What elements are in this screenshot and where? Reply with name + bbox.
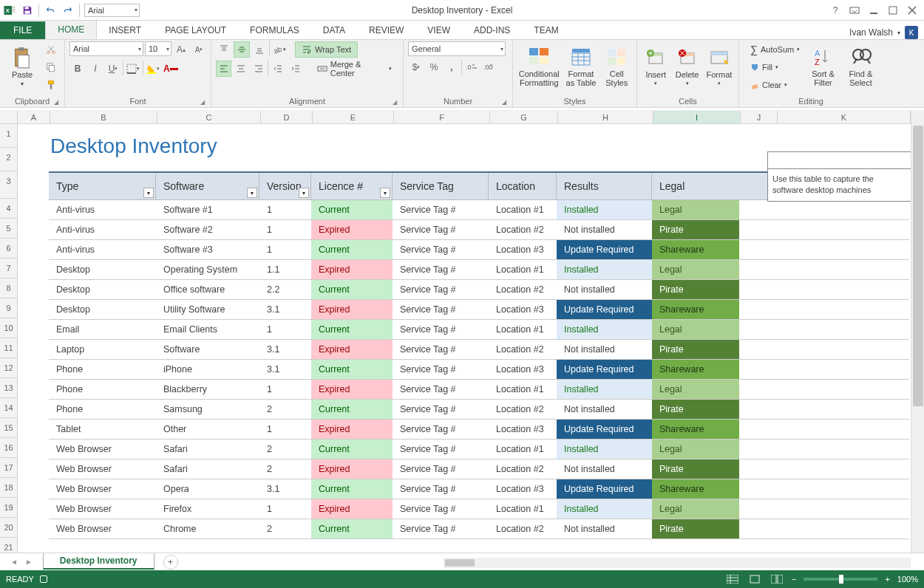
table-cell[interactable]: Service Tag # [393, 260, 489, 279]
row-header-16[interactable]: 16 [0, 438, 18, 458]
table-cell[interactable]: Tablet [49, 420, 156, 439]
conditional-formatting-button[interactable]: Conditional Formatting [517, 41, 560, 92]
delete-cells-button[interactable]: Delete▾ [673, 41, 701, 92]
table-cell[interactable]: Shareware [652, 479, 739, 499]
align-right-icon[interactable] [251, 61, 266, 77]
row-header-3[interactable]: 3 [0, 171, 18, 199]
align-bottom-icon[interactable] [251, 41, 268, 58]
table-cell[interactable]: Location #1 [489, 499, 557, 519]
table-cell[interactable]: Update Required [557, 420, 652, 439]
table-row[interactable]: DesktopUtility Software3.1ExpiredService… [49, 300, 909, 320]
table-cell[interactable]: Location #2 [489, 340, 557, 359]
table-cell[interactable]: 2 [259, 440, 311, 459]
table-cell[interactable]: Current [311, 440, 393, 459]
table-cell[interactable]: Other [156, 420, 259, 439]
row-header-1[interactable]: 1 [0, 124, 18, 148]
table-cell[interactable]: Expired [311, 300, 393, 319]
account-button[interactable]: Ivan Walsh ▾ K [843, 26, 924, 39]
row-header-14[interactable]: 14 [0, 398, 18, 418]
row-header-15[interactable]: 15 [0, 418, 18, 438]
align-center-icon[interactable] [233, 61, 248, 77]
row-header-4[interactable]: 4 [0, 199, 18, 219]
table-header-location[interactable]: Location [489, 173, 557, 199]
autosum-button[interactable]: ∑AutoSum▾ [744, 41, 803, 58]
table-cell[interactable]: 2 [259, 459, 311, 479]
merge-center-button[interactable]: Merge & Center▾ [310, 61, 398, 77]
table-cell[interactable]: Location #2 [489, 519, 557, 539]
table-cell[interactable]: 1 [259, 420, 311, 439]
col-header-B[interactable]: B [50, 111, 157, 123]
table-cell[interactable]: Anti-virus [49, 240, 156, 259]
table-cell[interactable]: Service Tag # [393, 380, 489, 399]
table-cell[interactable]: Location #1 [489, 380, 557, 399]
tab-team[interactable]: TEAM [522, 21, 570, 39]
table-cell[interactable]: Laptop [49, 340, 156, 359]
sort-filter-button[interactable]: AZSort & Filter [806, 41, 840, 92]
tab-add-ins[interactable]: ADD-INS [462, 21, 522, 39]
table-cell[interactable]: Desktop [49, 260, 156, 279]
col-header-C[interactable]: C [157, 111, 261, 123]
increase-decimal-icon[interactable]: .0 [463, 59, 480, 75]
table-cell[interactable]: Software #3 [156, 240, 259, 259]
table-cell[interactable]: Location #2 [489, 400, 557, 419]
row-header-6[interactable]: 6 [0, 239, 18, 259]
table-cell[interactable]: Location #2 [489, 220, 557, 239]
table-cell[interactable]: Service Tag # [393, 240, 489, 259]
table-cell[interactable]: Web Browser [49, 440, 156, 459]
table-cell[interactable]: Service Tag # [393, 400, 489, 419]
view-pagebreak-icon[interactable] [770, 573, 784, 585]
table-cell[interactable]: 1 [259, 499, 311, 519]
qat-font-combo[interactable]: Arial [84, 4, 140, 17]
col-header-D[interactable]: D [261, 111, 313, 123]
table-cell[interactable]: Not installed [557, 519, 652, 539]
tab-file[interactable]: FILE [0, 21, 45, 39]
table-row[interactable]: Web BrowserFirefox1ExpiredService Tag #L… [49, 499, 909, 519]
table-cell[interactable]: Location #3 [489, 420, 557, 439]
table-cell[interactable]: Service Tag # [393, 300, 489, 319]
table-cell[interactable]: Location #1 [489, 320, 557, 339]
redo-icon[interactable] [61, 4, 75, 17]
table-cell[interactable]: 2 [259, 400, 311, 419]
sheet-tab-active[interactable]: Desktop Inventory [43, 553, 154, 570]
align-middle-icon[interactable] [234, 41, 250, 58]
table-cell[interactable]: Expired [311, 380, 393, 399]
table-cell[interactable]: Safari [156, 459, 259, 479]
orientation-icon[interactable]: ab▾ [271, 41, 288, 58]
table-cell[interactable]: 1 [259, 240, 311, 259]
table-cell[interactable]: Service Tag # [393, 280, 489, 299]
table-cell[interactable]: Installed [557, 440, 652, 459]
filter-dropdown-icon[interactable]: ▼ [247, 188, 257, 198]
table-cell[interactable]: Shareware [652, 300, 739, 319]
font-color-icon[interactable]: A [163, 61, 179, 77]
table-header-version[interactable]: Version▼ [259, 173, 311, 199]
table-cell[interactable]: Not installed [557, 340, 652, 359]
undo-icon[interactable] [44, 4, 57, 17]
row-header-18[interactable]: 18 [0, 478, 18, 498]
table-cell[interactable]: Service Tag # [393, 360, 489, 379]
table-cell[interactable]: Web Browser [49, 499, 156, 519]
table-cell[interactable]: Installed [557, 380, 652, 399]
font-name-combo[interactable]: Arial [69, 41, 143, 56]
table-cell[interactable]: Location #2 [489, 459, 557, 479]
zoom-slider[interactable] [804, 578, 877, 581]
zoom-in-icon[interactable]: + [885, 575, 889, 584]
table-cell[interactable]: Shareware [652, 240, 739, 259]
table-cell[interactable]: Legal [652, 499, 739, 519]
table-cell[interactable]: Location #1 [489, 440, 557, 459]
table-header-results[interactable]: Results [557, 173, 652, 199]
table-cell[interactable]: Service Tag # [393, 479, 489, 499]
filter-dropdown-icon[interactable]: ▼ [299, 188, 309, 198]
font-size-combo[interactable]: 10 [145, 41, 171, 56]
table-cell[interactable]: Expired [311, 260, 393, 279]
table-cell[interactable]: Pirate [652, 340, 739, 359]
zoom-out-icon[interactable]: − [792, 575, 796, 584]
table-cell[interactable]: Phone [49, 360, 156, 379]
table-cell[interactable]: Legal [652, 440, 739, 459]
comma-icon[interactable]: , [444, 59, 460, 75]
col-header-G[interactable]: G [490, 111, 558, 123]
zoom-level[interactable]: 100% [897, 575, 918, 584]
table-cell[interactable]: Anti-virus [49, 200, 156, 219]
table-cell[interactable]: Location #3 [489, 360, 557, 379]
row-header-12[interactable]: 12 [0, 358, 18, 378]
table-cell[interactable]: Current [311, 280, 393, 299]
